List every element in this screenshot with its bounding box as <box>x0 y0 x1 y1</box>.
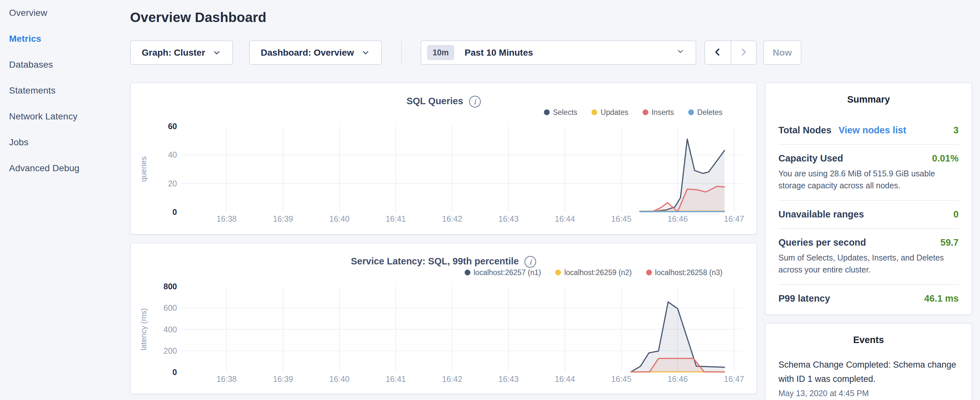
dashboard-selector-dropdown[interactable]: Dashboard: Overview <box>249 40 382 65</box>
svg-text:16:43: 16:43 <box>498 375 519 384</box>
legend-item[interactable]: Deletes <box>688 108 722 117</box>
svg-text:16:44: 16:44 <box>555 214 575 223</box>
summary-row-total-nodes: Total Nodes View nodes list 3 <box>778 116 959 144</box>
svg-text:queries: queries <box>139 156 148 182</box>
sidebar-item-databases[interactable]: Databases <box>9 52 130 78</box>
svg-text:latency (ms): latency (ms) <box>139 308 148 351</box>
legend-label: Inserts <box>652 108 674 117</box>
info-icon[interactable]: i <box>469 96 481 107</box>
svg-text:16:40: 16:40 <box>329 375 350 384</box>
sidebar-item-advanced-debug[interactable]: Advanced Debug <box>9 155 130 181</box>
legend-label: Deletes <box>697 108 722 117</box>
svg-text:60: 60 <box>168 122 177 131</box>
now-button[interactable]: Now <box>763 40 802 65</box>
svg-text:16:44: 16:44 <box>555 375 575 384</box>
time-range-selector[interactable]: 10m Past 10 Minutes <box>421 40 696 65</box>
chart-title: SQL Queries <box>406 96 463 107</box>
legend-dot-icon <box>688 109 694 115</box>
svg-text:20: 20 <box>168 179 177 188</box>
summary-value: 0.01% <box>932 153 959 164</box>
svg-text:0: 0 <box>172 207 177 217</box>
svg-text:400: 400 <box>163 325 177 334</box>
main-content: Overview Dashboard Graph: Cluster Dashbo… <box>130 0 980 400</box>
legend-dot-icon <box>555 269 561 276</box>
chart-legend: SelectsUpdatesInsertsDeletes <box>131 107 756 118</box>
info-icon[interactable]: i <box>525 256 536 268</box>
controls-bar: Graph: Cluster Dashboard: Overview 10m P… <box>130 40 980 65</box>
svg-text:16:38: 16:38 <box>216 214 237 223</box>
summary-rows: Total Nodes View nodes list 3 Capacity U… <box>778 116 959 312</box>
summary-value: 3 <box>953 125 959 135</box>
chevron-down-icon <box>676 47 685 58</box>
svg-text:16:46: 16:46 <box>667 375 688 384</box>
summary-label: Capacity Used <box>778 153 843 164</box>
legend-label: localhost:26259 (n2) <box>564 268 632 277</box>
legend-label: localhost:26257 (n1) <box>474 268 541 277</box>
summary-label: P99 latency <box>778 293 830 304</box>
legend-item[interactable]: localhost:26257 (n1) <box>465 268 541 277</box>
legend-dot-icon <box>592 109 597 115</box>
svg-text:16:38: 16:38 <box>216 375 237 384</box>
chevron-right-icon <box>738 47 749 59</box>
svg-text:16:41: 16:41 <box>386 214 406 223</box>
sidebar-item-statements[interactable]: Statements <box>9 78 130 104</box>
legend-item[interactable]: localhost:26259 (n2) <box>555 268 632 277</box>
summary-value: 0 <box>953 209 959 220</box>
sidebar-item-metrics[interactable]: Metrics <box>9 26 130 52</box>
legend-item[interactable]: Updates <box>592 108 628 117</box>
chevron-left-icon <box>713 47 723 59</box>
sidebar-item-jobs[interactable]: Jobs <box>9 129 130 155</box>
svg-text:200: 200 <box>163 346 177 355</box>
legend-item[interactable]: Inserts <box>643 108 674 117</box>
svg-text:16:39: 16:39 <box>273 375 293 384</box>
view-nodes-list-link[interactable]: View nodes list <box>838 125 906 135</box>
svg-text:16:47: 16:47 <box>724 214 745 223</box>
graph-selector-dropdown[interactable]: Graph: Cluster <box>130 40 233 65</box>
chart-title: Service Latency: SQL, 99th percentile <box>351 256 519 267</box>
svg-text:16:42: 16:42 <box>442 214 462 223</box>
summary-label: Unavailable ranges <box>778 209 864 220</box>
charts-column: SQL Queries i SelectsUpdatesInsertsDelet… <box>130 83 757 394</box>
chart-title-row: Service Latency: SQL, 99th percentile i <box>131 243 756 267</box>
right-panel: Summary Total Nodes View nodes list 3 C <box>765 83 972 400</box>
next-time-button[interactable] <box>730 41 756 64</box>
time-step-button-group <box>704 40 757 65</box>
summary-row-queries-per-second: Queries per second 59.7 Sum of Selects, … <box>778 228 959 284</box>
controls-divider <box>401 40 402 65</box>
graph-selector-label: Graph: Cluster <box>142 48 205 58</box>
summary-row-unavailable-ranges: Unavailable ranges 0 <box>778 200 959 228</box>
sidebar-item-overview[interactable]: Overview <box>9 0 130 26</box>
chart-legend: localhost:26257 (n1)localhost:26259 (n2)… <box>131 267 756 278</box>
svg-text:16:43: 16:43 <box>498 214 519 223</box>
svg-text:16:41: 16:41 <box>386 375 406 384</box>
chevron-down-icon <box>212 48 221 57</box>
summary-value: 46.1 ms <box>924 293 959 304</box>
event-timestamp: May 13, 2020 at 4:45 PM <box>778 389 959 398</box>
svg-text:16:47: 16:47 <box>724 375 745 384</box>
svg-text:16:45: 16:45 <box>611 214 632 223</box>
sql-queries-chart-card: SQL Queries i SelectsUpdatesInsertsDelet… <box>130 83 757 234</box>
app-layout: Overview Metrics Databases Statements Ne… <box>0 0 980 400</box>
summary-label: Queries per second <box>778 237 866 248</box>
legend-item[interactable]: localhost:26258 (n3) <box>646 268 722 277</box>
event-message: Schema Change Completed: Schema change w… <box>778 358 959 386</box>
time-range-label: Past 10 Minutes <box>465 48 533 58</box>
sidebar-item-network-latency[interactable]: Network Latency <box>9 104 130 129</box>
service-latency-chart-plot[interactable]: 16:3816:3916:4016:4116:4216:4316:4416:45… <box>131 278 756 390</box>
svg-text:16:46: 16:46 <box>667 214 688 223</box>
summary-row-capacity-used: Capacity Used 0.01% You are using 28.6 M… <box>778 144 959 200</box>
legend-dot-icon <box>646 269 652 276</box>
previous-time-button[interactable] <box>705 41 730 64</box>
event-item[interactable]: Schema Change Completed: Schema change w… <box>778 358 959 398</box>
legend-label: localhost:26258 (n3) <box>655 268 722 277</box>
svg-text:16:45: 16:45 <box>611 375 632 384</box>
summary-label: Total Nodes <box>778 125 832 135</box>
svg-text:16:39: 16:39 <box>273 214 293 223</box>
summary-panel: Summary Total Nodes View nodes list 3 C <box>765 83 972 315</box>
svg-text:600: 600 <box>163 303 177 312</box>
time-range-badge: 10m <box>427 45 454 60</box>
legend-item[interactable]: Selects <box>544 108 577 117</box>
dashboard-selector-label: Dashboard: Overview <box>261 48 354 58</box>
svg-text:16:42: 16:42 <box>442 375 462 384</box>
sql-queries-chart-plot[interactable]: 16:3816:3916:4016:4116:4216:4316:4416:45… <box>131 118 756 229</box>
